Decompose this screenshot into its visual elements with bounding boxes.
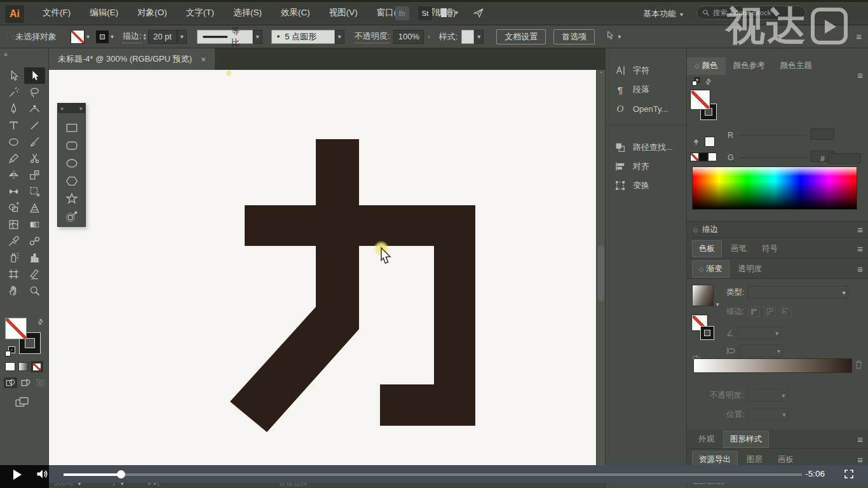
swap-fill-stroke-icon[interactable]: ⇄ (36, 317, 46, 327)
stroke-along-icon[interactable] (764, 306, 776, 317)
stroke-expand-icon[interactable]: ◇ (693, 226, 698, 233)
stock-search-input[interactable]: 搜索 Adobe Stock (696, 6, 806, 20)
panel-drag-dots[interactable]: ⋮⋮ (4, 36, 9, 38)
screen-mode-icon[interactable] (15, 396, 29, 410)
volume-icon[interactable] (36, 468, 48, 483)
gradient-button[interactable] (18, 362, 29, 371)
scroll-up-icon[interactable]: ⌃ (597, 71, 605, 77)
tool-ellipse[interactable] (3, 133, 24, 150)
gradient-slider-bar[interactable] (693, 358, 852, 373)
polygon-tool-icon[interactable] (65, 172, 79, 190)
appearance-menu-icon[interactable]: ≡ (857, 434, 863, 445)
gradient-menu-icon[interactable]: ≡ (857, 264, 863, 274)
document-tab[interactable]: 未标题-4* @ 300% (RGB/GPU 预览) × (49, 48, 215, 70)
arrange-documents-icon[interactable] (441, 8, 452, 20)
tab-color[interactable]: ◇颜色 (687, 57, 726, 75)
tool-eyedropper[interactable] (3, 233, 24, 249)
fullscreen-icon[interactable] (844, 469, 854, 482)
tool-artboard[interactable] (3, 266, 24, 282)
stroke-within-icon[interactable] (748, 306, 760, 317)
width-profile-select[interactable]: 等比 (197, 30, 253, 44)
control-panel-menu-icon[interactable]: ≡ (856, 31, 862, 42)
tool-curvature[interactable] (24, 100, 45, 117)
color-spectrum-bar[interactable] (692, 166, 857, 210)
stroke-weight-stepper[interactable]: ▴▾ (144, 33, 146, 41)
stock-button[interactable]: St (418, 6, 432, 20)
channel-slider-g[interactable] (740, 157, 808, 158)
gradient-thumb-caret-icon[interactable]: ▾ (716, 301, 719, 308)
tool-scale[interactable] (24, 166, 45, 183)
tool-width[interactable] (3, 183, 24, 200)
dock-item-transform[interactable]: 变换 (606, 176, 686, 195)
swatch-none[interactable] (690, 152, 699, 161)
last-color-swatch[interactable] (705, 137, 715, 147)
tool-rotate[interactable] (3, 166, 24, 183)
artboard-canvas[interactable]: » × ······ (49, 70, 596, 465)
tool-paintbrush[interactable] (24, 133, 45, 150)
workspace-switcher[interactable]: 基本功能▾ (643, 8, 683, 20)
opacity-value[interactable]: 100% (393, 30, 424, 44)
tool-selection[interactable] (3, 67, 24, 84)
tool-mesh[interactable] (3, 216, 24, 233)
gradient-type-select[interactable]: ▾ (748, 286, 848, 299)
tool-slice[interactable] (24, 266, 45, 282)
profile-caret-icon[interactable]: ▾ (253, 30, 262, 44)
tool-free-transform[interactable] (24, 183, 45, 200)
tool-perspective-grid[interactable] (24, 200, 45, 216)
dock-item-pathfinder[interactable]: 路径查找... (606, 138, 686, 157)
assets-menu-icon[interactable]: ≡ (857, 454, 863, 465)
default-fill-stroke-icon[interactable] (5, 347, 15, 357)
tool-pencil[interactable] (3, 150, 24, 166)
fill-color-swatch[interactable] (71, 30, 85, 44)
fill-indicator-none[interactable] (5, 318, 27, 339)
stroke-panel-header[interactable]: ◇ 描边 ≡ (687, 221, 868, 238)
draw-normal-button[interactable] (4, 377, 17, 388)
tool-symbol-sprayer[interactable] (3, 249, 24, 266)
dock-item-align[interactable]: 对齐 (606, 157, 686, 176)
progress-handle[interactable] (117, 470, 125, 478)
dock-item-opentype[interactable]: OOpenTy... (606, 99, 686, 118)
tool-graph[interactable] (24, 249, 45, 266)
video-player-bar[interactable]: -5:06 (49, 465, 868, 483)
delete-stop-icon[interactable] (855, 360, 863, 371)
swatch-white[interactable] (708, 152, 717, 161)
channel-value-r[interactable] (810, 128, 834, 140)
tool-zoom[interactable] (24, 282, 45, 299)
gradient-position-select[interactable]: ▾ (748, 408, 789, 421)
tab-close-icon[interactable]: × (201, 55, 206, 64)
tab-graphic-styles[interactable]: 图形样式 (723, 431, 769, 448)
hex-input[interactable] (828, 153, 861, 164)
tab-transparency[interactable]: 透明度 (732, 261, 769, 277)
share-icon[interactable] (473, 7, 484, 21)
tool-blend[interactable] (24, 233, 45, 249)
color-swap-icon[interactable]: ⇄ (703, 77, 714, 87)
stroke-caret-icon[interactable]: ▾ (111, 33, 114, 40)
gradient-angle-select[interactable]: ▾ (737, 327, 782, 339)
none-button[interactable] (32, 362, 42, 371)
dock-drag-dots[interactable]: ········ (606, 130, 686, 138)
menu-edit[interactable]: 编辑(E) (80, 7, 128, 18)
tools-drag-dots[interactable]: ········ (0, 58, 48, 65)
tool-direct-selection[interactable] (24, 67, 45, 84)
menu-object[interactable]: 对象(O) (128, 7, 177, 18)
style-caret-icon[interactable]: ▾ (474, 30, 484, 44)
tab-color-guide[interactable]: 颜色参考 (726, 57, 773, 75)
tool-type[interactable] (3, 117, 24, 133)
swatch-black[interactable] (699, 152, 708, 161)
stroke-panel-menu-icon[interactable]: ≡ (857, 224, 863, 235)
tab-brushes[interactable]: 画笔 (724, 241, 753, 257)
menu-window[interactable]: 窗口(W) (367, 7, 417, 18)
flare-tool-icon[interactable] (65, 208, 79, 226)
gradient-aspect-select[interactable]: ▾ (739, 344, 783, 357)
color-fill-swatch-none[interactable] (691, 90, 710, 109)
rectangle-tool-icon[interactable] (65, 119, 79, 137)
draw-behind-button[interactable] (19, 377, 32, 388)
menu-view[interactable]: 视图(V) (320, 7, 367, 18)
channel-slider-r[interactable] (740, 135, 808, 136)
bridge-button[interactable]: Br (395, 6, 409, 20)
brush-caret-icon[interactable]: ▾ (335, 30, 344, 44)
menu-effect[interactable]: 效果(C) (271, 7, 320, 18)
gradient-stroke-swatch[interactable] (701, 327, 714, 339)
tab-appearance[interactable]: 外观 (692, 431, 721, 447)
opacity-link[interactable]: 不透明度: (355, 30, 390, 43)
